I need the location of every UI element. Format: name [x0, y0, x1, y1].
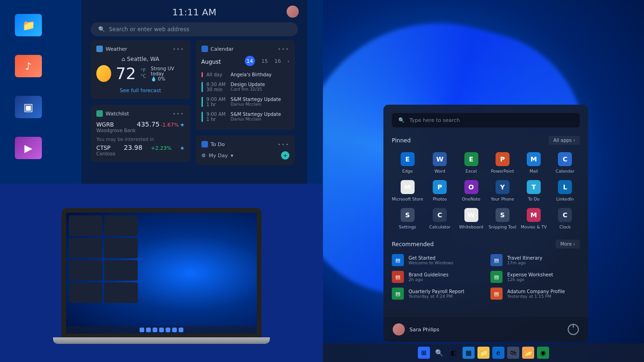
pinned-app[interactable]: CCalculator [425, 206, 455, 231]
pinned-app[interactable]: SSettings [392, 206, 423, 231]
pinned-label: Pinned [392, 137, 411, 144]
pinned-app[interactable]: YYour Phone [488, 178, 517, 203]
widgets-panel: 11:11 AM 🔍 Search or enter web address W… [81, 0, 307, 184]
recommended-item[interactable]: ▤Get StartedWelcome to Windows [392, 254, 481, 266]
calendar-day[interactable]: 15 [262, 58, 268, 64]
watchlist-row[interactable]: CTSPContoso23.98+2.23%★ [96, 144, 185, 156]
pinned-app[interactable]: EEdge [392, 150, 423, 175]
pinned-app[interactable]: EExcel [456, 150, 486, 175]
recommended-item[interactable]: ▤Travel Itinerary17m ago [490, 254, 580, 266]
search-icon: 🔍 [98, 26, 105, 33]
videos-folder-icon[interactable]: ▶ [15, 137, 42, 159]
folder-icon[interactable]: 📂 [522, 347, 534, 359]
calendar-event[interactable]: 9:00 AM1 hrS&M Startegy UpdateDarius Mcc… [201, 109, 290, 124]
all-apps-button[interactable]: All apps › [549, 136, 580, 145]
more-icon[interactable]: ••• [278, 46, 289, 52]
watchlist-card[interactable]: Watchlist••• WGRBWoodgrove Bank435.75-1.… [91, 105, 190, 162]
pinned-app[interactable]: TTo Do [519, 178, 548, 203]
start-icon[interactable]: ⊞ [418, 347, 430, 359]
taskbar: ⊞🔍◧▦📁e🛍📂◉ [323, 343, 644, 362]
user-avatar[interactable] [393, 323, 405, 335]
pinned-app[interactable]: CCalendar [550, 150, 580, 175]
user-avatar[interactable] [287, 6, 299, 18]
edge-icon[interactable]: e [492, 347, 504, 359]
laptop-preview [0, 184, 323, 362]
weather-card[interactable]: Weather••• ⌂ Seattle, WA 72 °F°C Strong … [91, 40, 190, 99]
user-name[interactable]: Sara Philips [409, 327, 439, 333]
more-icon[interactable]: ••• [278, 141, 289, 147]
stocks-icon [96, 110, 103, 117]
pinned-app[interactable]: MMicrosoft Store [392, 178, 423, 203]
explorer-icon[interactable]: 📁 [477, 347, 490, 359]
taskview-icon[interactable]: ◧ [448, 347, 460, 359]
pinned-app[interactable]: WWhiteboard [456, 206, 486, 231]
widgets-search-input[interactable]: 🔍 Search or enter web address [91, 22, 298, 36]
calendar-event[interactable]: 9:00 AM1 hrS&M Startegy UpdateDarius Mcc… [201, 94, 290, 109]
recommended-item[interactable]: ▤Adatum Company ProfileYesterday at 1:15… [490, 288, 580, 300]
widgets-time: 11:11 AM [91, 5, 298, 20]
files-folder-icon[interactable]: 📁 [15, 14, 42, 36]
todo-icon [201, 141, 208, 147]
xbox-icon[interactable]: ◉ [537, 347, 549, 359]
calendar-card[interactable]: Calendar••• August 141516› All dayAngela… [196, 40, 295, 130]
sun-icon [96, 65, 111, 82]
chevron-right-icon[interactable]: › [288, 58, 289, 64]
todo-card[interactable]: To Do••• ⚙My Day▾+ [196, 135, 295, 165]
desktop-background: 🔍 Type here to search PinnedAll apps › E… [323, 0, 644, 362]
watchlist-row[interactable]: WGRBWoodgrove Bank435.75-1.67%★ [96, 121, 185, 133]
pinned-app[interactable]: LLinkedIn [550, 178, 580, 203]
calendar-day[interactable]: 14 [245, 56, 255, 66]
search-icon[interactable]: 🔍 [433, 347, 445, 359]
weather-icon [96, 46, 103, 52]
gear-icon: ⚙ [201, 153, 206, 159]
start-search-input[interactable]: 🔍 Type here to search [392, 113, 580, 127]
pictures-folder-icon[interactable]: ▣ [15, 96, 42, 118]
desktop-icons: 📁♪▣▶ [15, 14, 42, 159]
calendar-event[interactable]: All dayAngela's Birthday [201, 70, 290, 80]
widgets-icon[interactable]: ▦ [463, 347, 475, 359]
more-icon[interactable]: ••• [173, 46, 184, 52]
calendar-event[interactable]: 8:30 AM30 minDesign UpdateConf Rm 32/35 [201, 80, 290, 94]
pinned-app[interactable]: PPhotos [425, 178, 455, 203]
chevron-down-icon[interactable]: ▾ [231, 153, 234, 159]
pinned-app[interactable]: MMovies & TV [519, 206, 548, 231]
pinned-app[interactable]: WWord [425, 150, 455, 175]
more-button[interactable]: More › [556, 240, 580, 248]
recommended-label: Recommended [392, 241, 434, 248]
pinned-app[interactable]: PPowerPoint [488, 150, 517, 175]
start-menu: 🔍 Type here to search PinnedAll apps › E… [383, 105, 588, 342]
recommended-item[interactable]: ▤Brand Guidelines2h ago [392, 271, 481, 283]
recommended-item[interactable]: ▤Expense Worksheet12h ago [490, 271, 580, 283]
pinned-app[interactable]: MMail [519, 150, 548, 175]
add-task-button[interactable]: + [281, 151, 289, 160]
calendar-icon [201, 46, 208, 52]
more-icon[interactable]: ••• [173, 111, 184, 117]
pinned-app[interactable]: SSnipping Tool [488, 206, 517, 231]
pinned-app[interactable]: CClock [550, 206, 580, 231]
forecast-link[interactable]: See full forecast [96, 87, 185, 94]
music-folder-icon[interactable]: ♪ [15, 55, 42, 77]
recommended-item[interactable]: ▤Quarterly Payroll ReportYesterday at 4:… [392, 288, 481, 300]
pinned-app[interactable]: OOneNote [456, 178, 486, 203]
search-icon: 🔍 [398, 117, 405, 123]
store-icon[interactable]: 🛍 [507, 347, 519, 359]
calendar-day[interactable]: 16 [275, 58, 281, 64]
power-button[interactable] [568, 324, 579, 335]
